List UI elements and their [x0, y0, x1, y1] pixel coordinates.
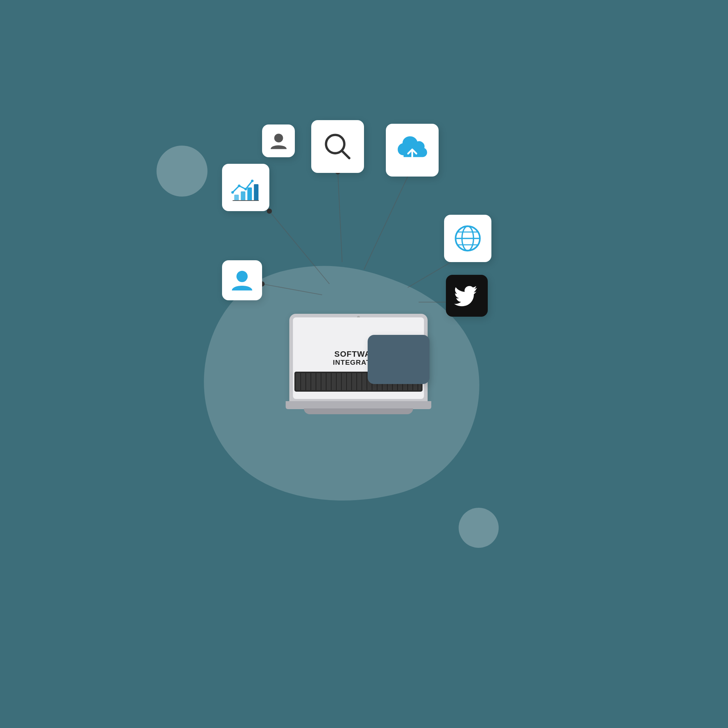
svg-point-18: [251, 179, 253, 182]
svg-rect-20: [241, 191, 246, 200]
card-user-top: [262, 124, 295, 157]
analytics-icon: [229, 171, 262, 204]
deco-circle-bottom-right: [459, 508, 499, 548]
svg-rect-22: [254, 184, 259, 200]
svg-point-17: [244, 188, 247, 190]
laptop-base: [286, 401, 431, 409]
news-text-lines: [395, 348, 424, 371]
news-thumbnail: [373, 347, 391, 372]
card-cloud: [386, 124, 439, 177]
svg-point-32: [237, 271, 248, 282]
svg-point-16: [238, 185, 240, 187]
card-news: [368, 335, 430, 384]
cloud-upload-icon: [395, 133, 430, 167]
card-analytics: [222, 164, 269, 211]
news-line-1: [395, 348, 424, 351]
card-user-left: [222, 260, 262, 300]
user-icon-left: [229, 268, 255, 293]
card-globe: [444, 215, 491, 262]
search-icon: [321, 130, 354, 163]
deco-circle-top-left: [156, 145, 208, 197]
news-line-3: [395, 358, 415, 361]
news-line-5: [395, 369, 415, 371]
news-line-4: [395, 363, 424, 366]
twitter-icon: [453, 282, 480, 309]
card-twitter: [446, 275, 488, 317]
svg-rect-21: [248, 187, 252, 200]
card-search: [311, 120, 364, 173]
svg-point-1: [267, 209, 272, 214]
user-icon-top: [269, 131, 289, 151]
news-line-2: [395, 353, 424, 356]
svg-rect-19: [234, 195, 239, 200]
svg-line-25: [342, 151, 349, 158]
news-card-inner: [368, 342, 430, 378]
svg-point-15: [231, 191, 234, 194]
globe-icon: [452, 222, 484, 254]
svg-point-14: [274, 134, 283, 142]
main-scene: SOFTWARE INTEGRATION: [109, 109, 619, 619]
